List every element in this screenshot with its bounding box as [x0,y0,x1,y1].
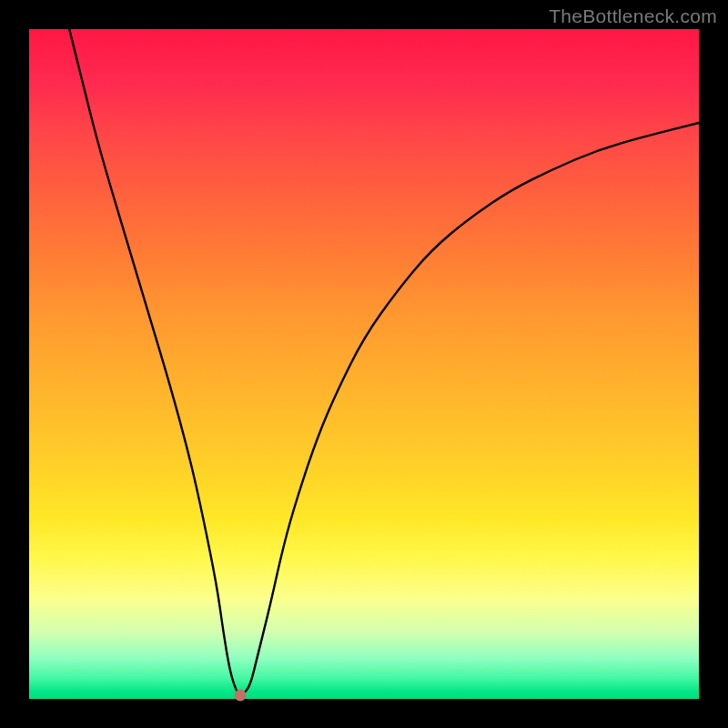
minimum-marker [234,690,246,702]
curve-svg [29,29,699,699]
bottleneck-curve [69,29,699,695]
watermark-text: TheBottleneck.com [549,5,717,27]
plot-area [27,27,701,701]
chart-container: TheBottleneck.com [0,0,728,728]
